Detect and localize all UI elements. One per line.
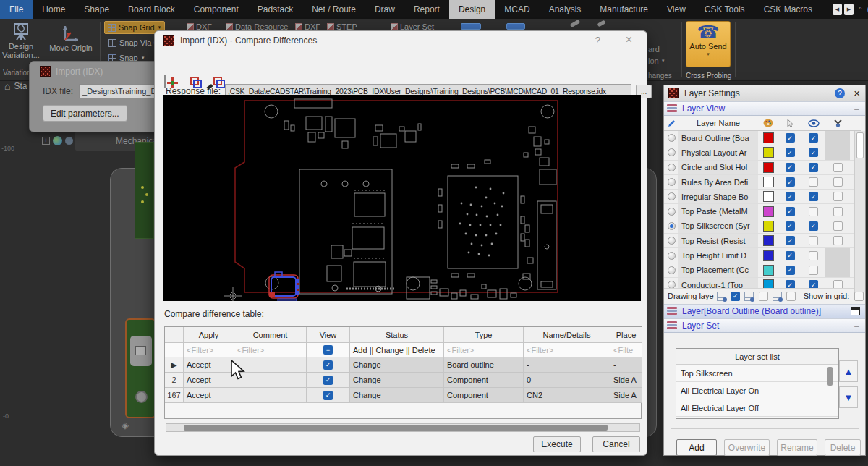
row-expander-icon[interactable]: ▶ bbox=[165, 357, 184, 373]
panel-close-icon[interactable]: × bbox=[854, 87, 860, 99]
select-checkbox[interactable]: ✓ bbox=[786, 192, 795, 201]
panel-help-icon[interactable]: ? bbox=[835, 88, 845, 98]
table-row[interactable]: 167 Accept ✓ Change Component CN2 Side A bbox=[165, 388, 641, 403]
tab-board-block[interactable]: Board Block bbox=[119, 0, 184, 19]
tab-file[interactable]: File bbox=[0, 0, 33, 19]
edit-parameters-button[interactable]: Edit parameters... bbox=[43, 105, 127, 122]
layer-set-item[interactable]: All Electrical Layer Off bbox=[676, 399, 838, 417]
visible-checkbox[interactable] bbox=[809, 177, 818, 187]
delete-button[interactable]: Delete bbox=[825, 439, 861, 456]
filter-comment[interactable]: <Filter> bbox=[234, 343, 307, 357]
view-checkbox[interactable]: ✓ bbox=[323, 391, 333, 400]
select-checkbox[interactable]: ✓ bbox=[786, 266, 795, 275]
visible-checkbox[interactable] bbox=[809, 266, 818, 275]
tab-csk-manufacture[interactable]: CSK Manufacture A bbox=[822, 0, 831, 19]
visible-checkbox[interactable]: ✓ bbox=[809, 192, 818, 201]
extra-checkbox[interactable] bbox=[833, 177, 843, 187]
layer-radio[interactable] bbox=[668, 237, 676, 245]
layer-radio[interactable] bbox=[668, 134, 676, 142]
select-checkbox[interactable]: ✓ bbox=[786, 236, 795, 245]
scrollbar-thumb[interactable] bbox=[184, 425, 608, 431]
layer-name[interactable]: Physical Layout Ar bbox=[678, 145, 758, 160]
apply-cell[interactable]: Accept bbox=[184, 373, 234, 388]
layer-set-section-header[interactable]: Layer Set − bbox=[664, 318, 865, 333]
tab-net-route[interactable]: Net / Route bbox=[302, 0, 365, 19]
add-button[interactable]: Add bbox=[676, 439, 717, 456]
execute-button[interactable]: Execute bbox=[533, 436, 581, 452]
visible-checkbox[interactable]: ✓ bbox=[809, 148, 818, 157]
move-up-button[interactable]: ▲ bbox=[839, 360, 858, 382]
select-checkbox[interactable]: ✓ bbox=[786, 148, 795, 157]
layer-set-item[interactable]: All Electrical Layer On bbox=[676, 382, 838, 399]
extra-checkbox[interactable] bbox=[833, 192, 843, 201]
layer-name[interactable]: Top Silkscreen (Syr bbox=[678, 219, 758, 234]
layer-name[interactable]: Top Paste (MetalM bbox=[678, 204, 758, 219]
filter-status[interactable]: Add || Change || Delete bbox=[350, 343, 444, 357]
layer-row[interactable]: Rules By Area Defi ✓ bbox=[664, 175, 865, 190]
move-origin-button[interactable]: Move Origin bbox=[45, 22, 97, 52]
layer-radio[interactable] bbox=[668, 178, 676, 186]
color-swatch[interactable] bbox=[763, 162, 774, 173]
drawing-layer-checkbox-1[interactable]: ✓ bbox=[731, 292, 740, 301]
color-swatch[interactable] bbox=[763, 147, 774, 158]
layer-name[interactable]: Board Outline (Boa bbox=[678, 131, 758, 145]
apply-cell[interactable]: Accept bbox=[184, 357, 234, 373]
pen-tool-icon[interactable] bbox=[570, 20, 581, 27]
layer-row[interactable]: Physical Layout Ar ✓ ✓ bbox=[664, 145, 865, 160]
color-swatch[interactable] bbox=[763, 221, 774, 232]
tab-view[interactable]: View bbox=[658, 0, 695, 19]
layer-table-scrollbar[interactable] bbox=[854, 131, 865, 292]
extra-checkbox[interactable] bbox=[833, 236, 843, 245]
layer-radio[interactable] bbox=[668, 252, 676, 260]
tab-shape[interactable]: Shape bbox=[75, 0, 119, 19]
visible-checkbox[interactable]: ✓ bbox=[809, 163, 818, 172]
collapse-section-icon[interactable]: − bbox=[854, 103, 859, 114]
view-checkbox[interactable]: ✓ bbox=[323, 360, 333, 370]
color-swatch[interactable] bbox=[763, 191, 774, 202]
overwrite-button[interactable]: Overwrite bbox=[724, 439, 770, 456]
layer-row[interactable]: Top Placement (Cc ✓ bbox=[664, 263, 865, 278]
layer-radio-selected[interactable] bbox=[668, 222, 676, 230]
color-swatch[interactable] bbox=[763, 177, 774, 187]
view-filter-checkbox[interactable]: − bbox=[323, 345, 333, 355]
layer-row[interactable]: Top Paste (MetalM ✓ bbox=[664, 204, 865, 219]
drawing-layer-checkbox-3[interactable] bbox=[786, 292, 796, 301]
layer-name[interactable]: Irregular Shape Bo bbox=[678, 190, 758, 204]
color-swatch[interactable] bbox=[763, 265, 774, 276]
cancel-button[interactable]: Cancel bbox=[592, 436, 640, 452]
set-list-scrollbar-thumb[interactable] bbox=[827, 367, 833, 386]
layer-view-section-header[interactable]: Layer View − bbox=[664, 101, 865, 116]
layer-row-active[interactable]: Top Silkscreen (Syr ✓ ✓ bbox=[664, 219, 865, 234]
table-horizontal-scrollbar[interactable] bbox=[166, 423, 640, 432]
layer-radio[interactable] bbox=[668, 208, 676, 216]
tab-home[interactable]: Home bbox=[33, 0, 75, 19]
extra-checkbox[interactable] bbox=[833, 207, 843, 216]
visible-checkbox[interactable]: ✓ bbox=[809, 133, 818, 143]
select-checkbox[interactable]: ✓ bbox=[786, 221, 795, 231]
dialog-close-icon[interactable]: × bbox=[626, 33, 632, 46]
auto-send-button[interactable]: ☎ Auto Send ▼ bbox=[686, 21, 731, 67]
dialog-help-icon[interactable]: ? bbox=[595, 35, 600, 46]
tab-design[interactable]: Design bbox=[449, 0, 495, 19]
tab-csk-tools[interactable]: CSK Tools bbox=[695, 0, 754, 19]
filter-type[interactable]: <Filter> bbox=[444, 343, 524, 357]
extra-checkbox[interactable] bbox=[833, 221, 843, 231]
visible-checkbox[interactable]: ✓ bbox=[809, 280, 818, 288]
apply-cell[interactable]: Accept bbox=[184, 388, 234, 403]
filter-name[interactable]: <Filter> bbox=[524, 343, 610, 357]
visible-checkbox[interactable] bbox=[809, 207, 818, 216]
layer-name[interactable]: Top Resist (Resist- bbox=[678, 234, 758, 248]
tab-mcad[interactable]: MCAD bbox=[495, 0, 539, 19]
layer-set-item[interactable]: Top Silkscreen bbox=[676, 365, 838, 382]
ribbon-collapse-icon[interactable]: ^ bbox=[856, 6, 865, 14]
layer-radio[interactable] bbox=[668, 148, 676, 156]
pcb-preview-canvas[interactable] bbox=[163, 95, 641, 301]
select-checkbox[interactable]: ✓ bbox=[786, 280, 795, 288]
layer-name[interactable]: Top Height Limit D bbox=[678, 248, 758, 263]
layer-name[interactable]: Circle and Slot Hol bbox=[678, 161, 758, 175]
tab-scroll-right-icon[interactable]: ▶ bbox=[844, 4, 854, 15]
layer-row[interactable]: Circle and Slot Hol ✓ ✓ bbox=[664, 161, 865, 175]
comment-cell[interactable] bbox=[234, 388, 307, 403]
restore-window-icon[interactable] bbox=[851, 307, 860, 315]
color-swatch[interactable] bbox=[763, 132, 774, 143]
